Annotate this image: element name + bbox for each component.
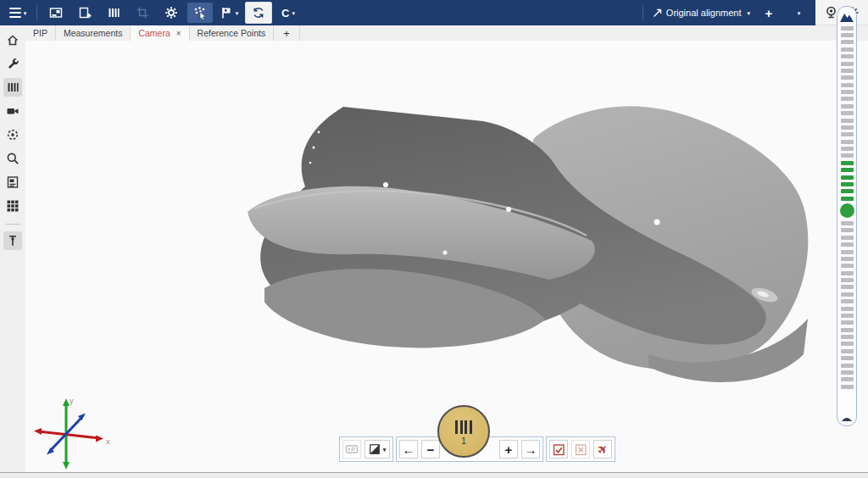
sidebar-item-home[interactable] [3, 31, 22, 49]
scale-stripe-gray [841, 370, 854, 375]
add-alignment-menu-button[interactable]: ▾ [785, 3, 810, 23]
confirm-scan-button[interactable] [549, 440, 568, 459]
tab-camera[interactable]: Camera× [131, 25, 189, 41]
sidebar-item-report-notes[interactable] [3, 173, 22, 192]
sidebar-item-pin[interactable] [3, 231, 22, 250]
chevron-down-icon: ▾ [798, 10, 801, 16]
add-measurement-button[interactable] [72, 3, 97, 23]
viewport-3d[interactable]: y x [25, 41, 868, 472]
crop-button[interactable] [130, 3, 155, 23]
chevron-down-icon: ▾ [747, 10, 750, 16]
scale-stripe-gray [841, 264, 854, 268]
gear-icon [164, 6, 178, 19]
left-sidebar [0, 25, 25, 472]
sidebar-item-tracking-target[interactable] [3, 125, 22, 144]
scale-stripe-gray [841, 75, 854, 80]
scale-stripe-gray [841, 62, 854, 66]
chevron-down-icon: ▾ [383, 447, 387, 453]
scale-stripe-green [841, 161, 854, 165]
tab-bar: PIPMeasurementsCamera×Reference Points+ [25, 25, 868, 42]
tab-pip[interactable]: PIP [25, 25, 56, 41]
tab-label: Camera [138, 28, 170, 38]
camera-video-icon [6, 104, 19, 118]
sidebar-item-camera-video[interactable] [3, 102, 22, 120]
scale-stripe-gray [841, 90, 854, 94]
scale-stripe-gray [841, 250, 854, 254]
scale-stripe-gray [841, 299, 854, 303]
next-scan-button[interactable]: → [521, 440, 540, 459]
contrast-split-button[interactable]: ▾ [364, 440, 390, 459]
stripe-bars-icon [455, 420, 472, 434]
decrease-button[interactable]: − [421, 440, 440, 459]
apps-grid-icon [6, 199, 19, 213]
sidebar-item-search-zoom[interactable] [3, 149, 22, 168]
tools-wrench-icon [6, 57, 19, 70]
rotate-button[interactable]: C ▾ [275, 3, 301, 23]
scale-stripe-gray [841, 328, 854, 332]
scale-stripe-gray [841, 104, 854, 108]
plus-label: + [765, 6, 773, 20]
scale-stripe-gray [841, 320, 854, 325]
histogram-mountains-icon [839, 10, 854, 23]
scale-stripe-gray [841, 292, 854, 297]
point-picking-cursor-icon [192, 5, 208, 20]
settings-button[interactable] [159, 3, 184, 23]
scale-stripe-gray [841, 342, 854, 346]
discard-scan-button[interactable] [571, 440, 590, 459]
alignment-selector[interactable]: Original alignment ▾ [649, 3, 753, 23]
layout-pip-button[interactable] [43, 3, 69, 23]
scan-confirm-group: ✈ [546, 436, 615, 462]
axes-triad: y x [32, 396, 117, 470]
scan-trigger-button[interactable]: 1 [437, 405, 490, 458]
minus-icon: − [427, 442, 435, 457]
scale-stripe-gray [841, 356, 854, 360]
pin-icon [6, 234, 19, 247]
scale-stripe-gray [841, 236, 854, 240]
search-zoom-icon [6, 152, 19, 165]
rotate-label: C [281, 7, 289, 19]
stripe-pattern-button[interactable] [101, 3, 126, 23]
refresh-button[interactable] [245, 2, 272, 24]
close-icon[interactable]: × [176, 29, 181, 38]
exposure-scale-slider[interactable] [837, 6, 857, 426]
scale-position-indicator[interactable] [840, 203, 854, 218]
alignment-icon [652, 8, 663, 19]
flag-icon [220, 6, 233, 19]
tab-reference-points[interactable]: Reference Points [190, 25, 275, 41]
add-tab-button[interactable]: + [274, 25, 300, 41]
flag-button[interactable]: ▾ [216, 3, 242, 23]
scale-stripe-gray [841, 221, 854, 225]
sidebar-item-apps-grid[interactable] [3, 197, 22, 215]
scale-stripe-green [841, 182, 854, 186]
id-card-button[interactable] [342, 440, 361, 459]
scale-stripe-green [841, 175, 854, 180]
add-alignment-button[interactable]: + [756, 3, 782, 23]
tracking-target-icon [6, 128, 19, 142]
sidebar-item-tools-wrench[interactable] [3, 54, 22, 73]
scale-stripe-gray [841, 111, 854, 115]
hamburger-icon [9, 8, 21, 19]
id-card-icon [345, 442, 359, 456]
scale-stripe-gray [841, 147, 854, 151]
scale-stripe-gray [841, 125, 854, 130]
previous-scan-button[interactable]: ← [399, 440, 418, 459]
toolbar-separator [643, 5, 643, 20]
mound-icon [840, 414, 854, 422]
abort-button[interactable]: ✈ [593, 440, 612, 459]
scanned-model-mesh [25, 41, 868, 472]
stripe-pattern-icon [107, 6, 120, 19]
tab-measurements[interactable]: Measurements [56, 25, 131, 41]
increase-button[interactable]: + [499, 440, 518, 459]
scan-count: 1 [461, 436, 466, 446]
scale-stripe-gray [841, 314, 854, 318]
menu-button[interactable]: ▾ [5, 3, 31, 23]
scale-stripe-gray [841, 83, 854, 87]
add-page-icon [78, 6, 92, 19]
scale-stripe-gray [841, 285, 854, 289]
point-picking-button[interactable] [187, 3, 213, 23]
scale-stripe-gray [841, 26, 854, 31]
sidebar-item-stripe-projection[interactable] [3, 78, 22, 97]
scale-stripe-green [841, 189, 854, 193]
scale-stripe-gray [841, 153, 854, 158]
scale-stripe-gray [841, 307, 854, 311]
